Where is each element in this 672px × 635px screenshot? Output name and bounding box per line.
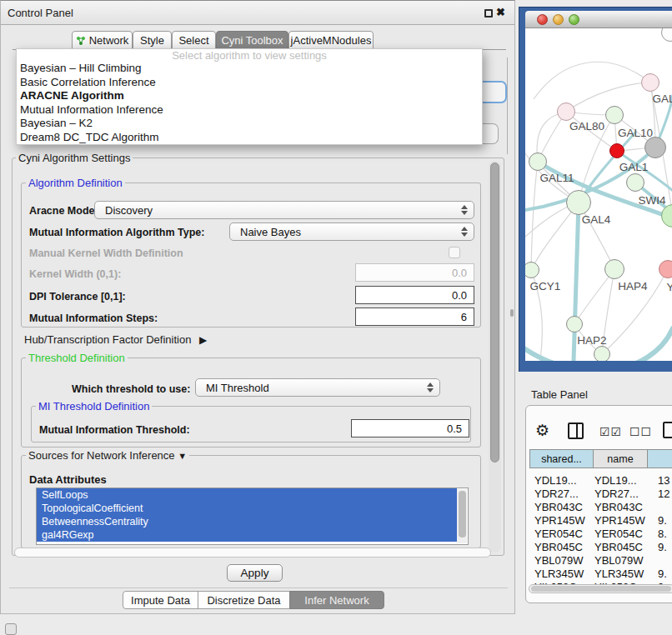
dropdown-item[interactable]: Basic Correlation Inference xyxy=(17,76,482,90)
dropdown-item[interactable]: Bayesian – K2 xyxy=(17,117,482,131)
node-swi4[interactable] xyxy=(626,173,644,192)
collapsed-arrow-icon: ▶ xyxy=(199,334,207,346)
tab-label: Impute Data xyxy=(131,594,190,607)
table-panel-title: Table Panel xyxy=(531,388,588,401)
sources-title[interactable]: Sources for Network Inference ▼ xyxy=(26,449,189,462)
minimize-traffic-light-icon[interactable] xyxy=(553,14,564,25)
gear-icon[interactable]: ⚙ xyxy=(535,421,549,440)
node-gal80[interactable] xyxy=(557,102,575,121)
split-pane-handle[interactable] xyxy=(510,309,514,317)
hidden-panel-border xyxy=(507,58,508,154)
cyni-settings-title: Cyni Algorithm Settings xyxy=(16,152,133,164)
dropdown-item-selected[interactable]: ARACNE Algorithm xyxy=(17,89,482,103)
stepper-icon xyxy=(426,382,434,392)
tab-discretize-data[interactable]: Discretize Data xyxy=(198,591,290,609)
table-horizontal-scrollbar-thumb[interactable] xyxy=(531,586,671,592)
which-threshold-combobox[interactable]: MI Threshold xyxy=(195,378,440,397)
node-label-gal: GAL xyxy=(652,92,672,105)
network-canvas[interactable]: GAL GAL80 GAL10 GAL1 GAL11 SWI4 GAL4 GCY… xyxy=(525,28,672,361)
document-icon[interactable] xyxy=(663,422,672,438)
algorithm-dropdown-list: Select algorithm to view settings Bayesi… xyxy=(16,48,483,145)
table-row: YER054CYER054C8. xyxy=(528,528,672,541)
stepper-icon xyxy=(460,227,468,237)
dropdown-item[interactable]: Mutual Information Inference xyxy=(17,103,482,118)
node-gal11[interactable] xyxy=(529,152,547,171)
close-icon[interactable]: ✖ xyxy=(496,6,505,18)
network-icon xyxy=(76,36,86,46)
tab-infer-network[interactable]: Infer Network xyxy=(289,591,384,609)
column-header-name[interactable]: name xyxy=(593,449,648,468)
settings-horizontal-scrollbar[interactable] xyxy=(14,548,491,558)
sources-title-text: Sources for Network Inference xyxy=(28,449,175,462)
close-traffic-light-icon[interactable] xyxy=(537,14,548,25)
manual-kernel-width-checkbox[interactable] xyxy=(449,247,460,258)
window-title: Control Panel xyxy=(8,7,73,19)
tab-jactivemnodules[interactable]: jActiveMNodules xyxy=(288,31,374,50)
table-row: YBR045CYBR045C9. xyxy=(528,541,672,554)
list-item-selected[interactable]: gal4RGexp xyxy=(37,528,457,542)
tab-label: Infer Network xyxy=(304,594,369,607)
node-salmon[interactable] xyxy=(659,260,672,278)
node-gal10[interactable] xyxy=(605,106,624,124)
manual-kernel-width-label: Manual Kernel Width Definition xyxy=(29,248,183,259)
node-gray[interactable] xyxy=(644,137,666,158)
node-hap4[interactable] xyxy=(604,259,624,279)
tab-select[interactable]: Select xyxy=(172,31,216,50)
node-label-gcy1: GCY1 xyxy=(530,280,561,292)
dropdown-item[interactable]: Dream8 DC_TDC Algorithm xyxy=(17,131,482,145)
select-all-icon[interactable]: ☑☑ xyxy=(599,425,622,438)
table-horizontal-scrollbar[interactable] xyxy=(529,584,672,593)
dpi-tolerance-field[interactable]: 0.0 xyxy=(355,286,474,304)
tab-label: Select xyxy=(178,34,208,47)
which-threshold-value: MI Threshold xyxy=(196,382,426,394)
tab-network[interactable]: Network xyxy=(72,31,133,50)
table-row: YLR345WYLR345W9. xyxy=(528,568,672,581)
list-item-selected[interactable]: TopologicalCoefficient xyxy=(37,502,457,515)
minimized-window-icon[interactable] xyxy=(5,623,17,635)
kernel-width-field[interactable]: 0.0 xyxy=(355,263,474,282)
mi-threshold-group-title: MI Threshold Definition xyxy=(36,400,152,412)
node-label-gal1: GAL1 xyxy=(619,161,649,173)
mi-threshold-field[interactable]: 0.5 xyxy=(351,419,469,438)
dpi-tolerance-label: DPI Tolerance [0,1]: xyxy=(29,291,126,302)
apply-button[interactable]: Apply xyxy=(227,564,283,582)
control-panel-window: Control Panel ✖ Network Style Select Cyn… xyxy=(0,0,515,614)
mi-algorithm-type-combobox[interactable]: Naive Bayes xyxy=(229,222,474,241)
column-header-partial[interactable] xyxy=(647,449,672,468)
node-hap2[interactable] xyxy=(566,316,583,332)
tab-style[interactable]: Style xyxy=(133,31,172,50)
screen: Control Panel ✖ Network Style Select Cyn… xyxy=(0,0,672,635)
column-header-shared[interactable]: shared... xyxy=(529,449,594,468)
node-gal-partial[interactable] xyxy=(641,73,659,92)
node-label-gal10: GAL10 xyxy=(618,127,653,139)
node-gal1[interactable] xyxy=(609,143,624,158)
node-label-swi4: SWI4 xyxy=(638,194,665,207)
table-row: YDL19...YDL19...13 xyxy=(528,474,672,488)
mi-steps-label: Mutual Information Steps: xyxy=(29,312,158,324)
control-panel-titlebar[interactable]: Control Panel ✖ xyxy=(1,1,514,25)
settings-scrollbar-thumb[interactable] xyxy=(490,162,499,462)
select-none-icon[interactable]: ☐☐ xyxy=(629,425,652,438)
split-columns-icon[interactable] xyxy=(568,422,584,439)
mi-algorithm-type-label: Mutual Information Algorithm Type: xyxy=(29,227,204,238)
data-attributes-list[interactable]: SelfLoops TopologicalCoefficient Between… xyxy=(36,488,469,545)
tab-label: Network xyxy=(89,34,129,47)
table-rows[interactable]: YDL19...YDL19...13 YDR27...YDR27...12 YB… xyxy=(528,472,672,584)
mi-steps-field[interactable]: 6 xyxy=(355,308,474,326)
table-row: YPR145WYPR145W9. xyxy=(528,514,672,528)
zoom-traffic-light-icon[interactable] xyxy=(569,14,579,25)
tab-cyni-toolbox[interactable]: Cyni Toolbox xyxy=(216,31,288,50)
dropdown-item[interactable]: Bayesian – Hill Climbing xyxy=(17,62,482,76)
tab-label: jActiveMNodules xyxy=(291,34,372,47)
list-scrollbar-thumb[interactable] xyxy=(459,491,466,538)
node-gal4[interactable] xyxy=(566,190,591,215)
float-window-icon[interactable] xyxy=(484,9,493,18)
node-bottom[interactable] xyxy=(594,346,610,361)
network-window-titlebar[interactable] xyxy=(525,11,672,28)
list-item-selected[interactable]: SelfLoops xyxy=(37,488,457,502)
hub-definition-toggle[interactable]: Hub/Transcription Factor Definition ▶ xyxy=(24,333,207,346)
node-label-gal11: GAL11 xyxy=(539,172,574,184)
tab-impute-data[interactable]: Impute Data xyxy=(123,591,198,609)
aracne-mode-combobox[interactable]: Discovery xyxy=(94,201,474,219)
list-item-selected[interactable]: BetweennessCentrality xyxy=(37,515,457,528)
